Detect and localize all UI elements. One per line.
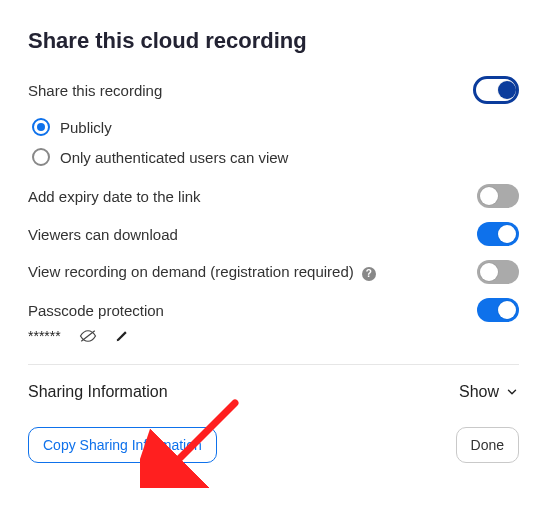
divider <box>28 364 519 365</box>
visibility-option-label: Publicly <box>60 119 112 136</box>
chevron-down-icon <box>505 385 519 399</box>
on-demand-text: View recording on demand (registration r… <box>28 263 354 280</box>
share-recording-label: Share this recording <box>28 82 473 99</box>
passcode-label: Passcode protection <box>28 302 477 319</box>
share-recording-row: Share this recording <box>28 76 519 104</box>
on-demand-label: View recording on demand (registration r… <box>28 263 477 280</box>
download-label: Viewers can download <box>28 226 477 243</box>
radio-icon <box>32 148 50 166</box>
done-button[interactable]: Done <box>456 427 519 463</box>
edit-passcode-button[interactable] <box>115 329 129 343</box>
sharing-info-toggle[interactable]: Show <box>459 383 519 401</box>
on-demand-toggle[interactable] <box>477 260 519 284</box>
visibility-option-public[interactable]: Publicly <box>32 118 519 136</box>
sharing-info-heading: Sharing Information <box>28 383 168 401</box>
expiry-row: Add expiry date to the link <box>28 184 519 208</box>
passcode-toggle[interactable] <box>477 298 519 322</box>
expiry-label: Add expiry date to the link <box>28 188 477 205</box>
expiry-toggle[interactable] <box>477 184 519 208</box>
passcode-row: Passcode protection <box>28 298 519 322</box>
pencil-icon <box>115 329 129 343</box>
passcode-masked: ****** <box>28 328 61 344</box>
reveal-passcode-button[interactable] <box>79 329 97 343</box>
passcode-value-row: ****** <box>28 328 519 344</box>
sharing-info-toggle-label: Show <box>459 383 499 401</box>
dialog-title: Share this cloud recording <box>28 28 519 54</box>
info-icon[interactable]: ? <box>362 267 376 281</box>
dialog-footer: Copy Sharing Information Done <box>28 427 519 463</box>
eye-off-icon <box>79 329 97 343</box>
radio-icon <box>32 118 50 136</box>
share-recording-toggle[interactable] <box>473 76 519 104</box>
sharing-info-row: Sharing Information Show <box>28 383 519 401</box>
visibility-options: Publicly Only authenticated users can vi… <box>32 118 519 166</box>
copy-sharing-info-button[interactable]: Copy Sharing Information <box>28 427 217 463</box>
on-demand-row: View recording on demand (registration r… <box>28 260 519 284</box>
download-row: Viewers can download <box>28 222 519 246</box>
visibility-option-label: Only authenticated users can view <box>60 149 288 166</box>
download-toggle[interactable] <box>477 222 519 246</box>
visibility-option-authenticated[interactable]: Only authenticated users can view <box>32 148 519 166</box>
